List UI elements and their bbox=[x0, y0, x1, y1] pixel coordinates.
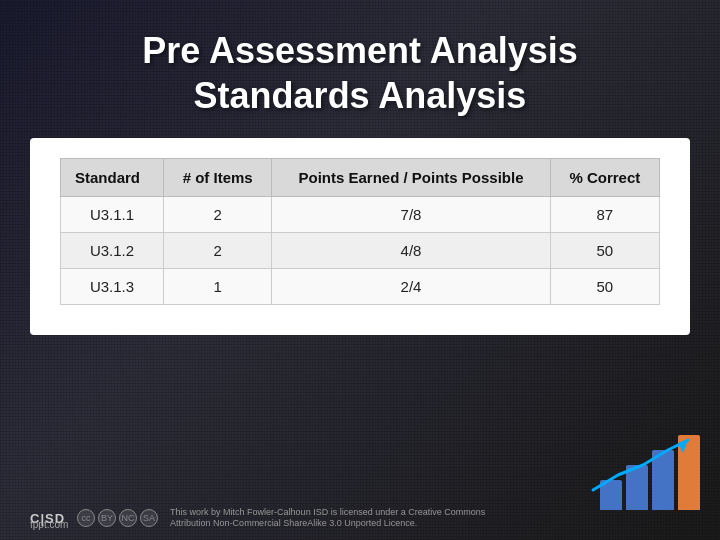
cell-points: 2/4 bbox=[272, 269, 550, 305]
trend-arrow bbox=[588, 435, 698, 495]
footer-license-text: This work by Mitch Fowler-Calhoun ISD is… bbox=[170, 507, 490, 530]
page-title: Pre Assessment Analysis Standards Analys… bbox=[40, 28, 680, 118]
table-row: U3.1.2 2 4/8 50 bbox=[61, 233, 660, 269]
footer: C|SD cc BY NC SA This work by Mitch Fowl… bbox=[0, 507, 720, 530]
col-header-items: # of Items bbox=[163, 159, 271, 197]
cell-items: 2 bbox=[163, 233, 271, 269]
cell-correct: 50 bbox=[550, 269, 659, 305]
cell-points: 7/8 bbox=[272, 197, 550, 233]
cell-points: 4/8 bbox=[272, 233, 550, 269]
cell-correct: 87 bbox=[550, 197, 659, 233]
content-area: Standard # of Items Points Earned / Poin… bbox=[30, 138, 690, 335]
analysis-table: Standard # of Items Points Earned / Poin… bbox=[60, 158, 660, 305]
cell-items: 2 bbox=[163, 197, 271, 233]
table-row: U3.1.1 2 7/8 87 bbox=[61, 197, 660, 233]
col-header-correct: % Correct bbox=[550, 159, 659, 197]
table-header-row: Standard # of Items Points Earned / Poin… bbox=[61, 159, 660, 197]
by-icon: BY bbox=[98, 509, 116, 527]
col-header-standard: Standard bbox=[61, 159, 164, 197]
table-row: U3.1.3 1 2/4 50 bbox=[61, 269, 660, 305]
col-header-points: Points Earned / Points Possible bbox=[272, 159, 550, 197]
svg-marker-0 bbox=[678, 440, 688, 453]
cell-standard: U3.1.2 bbox=[61, 233, 164, 269]
cell-standard: U3.1.1 bbox=[61, 197, 164, 233]
cell-correct: 50 bbox=[550, 233, 659, 269]
cell-items: 1 bbox=[163, 269, 271, 305]
cell-standard: U3.1.3 bbox=[61, 269, 164, 305]
fppt-watermark: fppt.com bbox=[30, 519, 68, 530]
sa-icon: SA bbox=[140, 509, 158, 527]
nc-icon: NC bbox=[119, 509, 137, 527]
cc-badge: cc BY NC SA bbox=[77, 509, 158, 527]
cc-icon: cc bbox=[77, 509, 95, 527]
title-line2: Standards Analysis bbox=[194, 75, 527, 116]
title-line1: Pre Assessment Analysis bbox=[142, 30, 578, 71]
title-section: Pre Assessment Analysis Standards Analys… bbox=[0, 0, 720, 138]
